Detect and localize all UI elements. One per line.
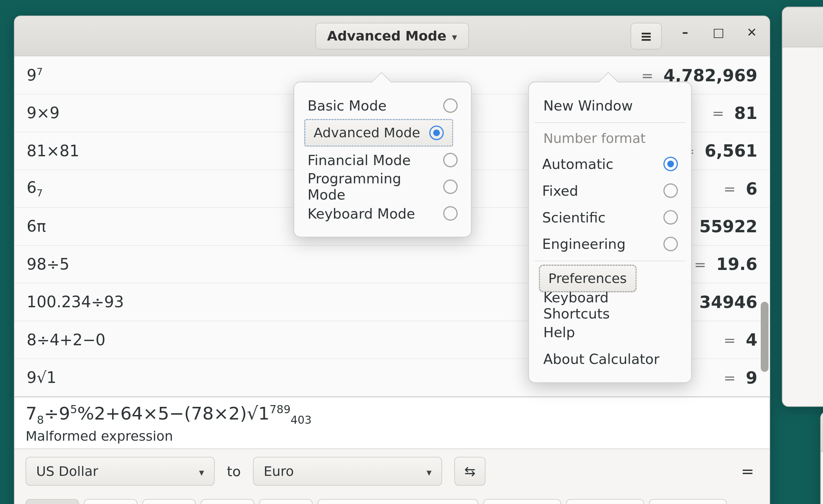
hamburger-icon: ≡ bbox=[640, 27, 652, 44]
currency-from-combo[interactable]: US Dollar bbox=[26, 457, 215, 486]
history-expression: 81×81 bbox=[27, 142, 80, 160]
radio-icon bbox=[663, 157, 678, 171]
mode-option[interactable]: Keyboard Mode bbox=[304, 200, 461, 227]
to-label: to bbox=[227, 464, 241, 480]
radio-icon bbox=[429, 126, 443, 140]
radio-icon bbox=[663, 183, 678, 198]
titlebar: Advanced Mode ≡ – □ ✕ bbox=[14, 16, 769, 56]
preferences-window: Preferences ✕ Number of decimals − + Tra… bbox=[820, 411, 823, 504]
conversion-bar: US Dollar to Euro = bbox=[14, 449, 769, 494]
history-expression: 8÷4+2−0 bbox=[27, 331, 106, 349]
number-format-option[interactable]: Scientific bbox=[539, 204, 681, 231]
history-expression: 97 bbox=[27, 66, 43, 85]
number-format-header: Number format bbox=[539, 126, 681, 150]
history-expression: 6π bbox=[27, 217, 46, 235]
radio-icon bbox=[663, 210, 678, 225]
number-format-option[interactable]: Engineering bbox=[539, 231, 681, 257]
equals-sign: = bbox=[43, 67, 663, 83]
number-format-option[interactable]: Automatic bbox=[539, 151, 681, 177]
history-result: 34946 bbox=[699, 292, 757, 312]
history-expression: 9×9 bbox=[27, 104, 60, 122]
mode-option[interactable]: Programming Mode bbox=[304, 174, 461, 200]
currency-to-value: Euro bbox=[264, 464, 294, 479]
history-result: 6 bbox=[746, 179, 757, 198]
chevron-down-icon bbox=[426, 464, 431, 479]
chevron-down-icon bbox=[452, 28, 457, 44]
currency-to-combo[interactable]: Euro bbox=[253, 457, 442, 486]
hamburger-menu-button[interactable]: ≡ bbox=[631, 23, 662, 49]
menu-item-about[interactable]: About Calculator bbox=[539, 346, 681, 372]
about-window: About Credits ✕ Calculator 40.0 Calculat… bbox=[782, 7, 823, 407]
history-result: 6,561 bbox=[705, 141, 757, 160]
history-expression: 100.234÷93 bbox=[27, 293, 124, 311]
key-tan[interactable]: tan bbox=[649, 499, 727, 504]
menu-item-new-window[interactable]: New Window bbox=[539, 92, 681, 119]
currency-from-value: US Dollar bbox=[36, 464, 98, 479]
maximize-button[interactable]: □ bbox=[709, 23, 729, 43]
history-expression: 67 bbox=[27, 178, 43, 199]
history-result: 4 bbox=[746, 330, 757, 349]
history-result: 19.6 bbox=[716, 254, 757, 274]
key-cos[interactable]: cos bbox=[483, 499, 561, 504]
key-10[interactable]: ×10ʸ bbox=[142, 499, 196, 504]
mode-popover: Basic ModeAdvanced ModeFinancial ModePro… bbox=[294, 82, 472, 237]
menu-item-keyboard-shortcuts[interactable]: Keyboard Shortcuts bbox=[539, 292, 681, 319]
key-[interactable]: ↶ bbox=[259, 499, 313, 504]
menu-item-preferences[interactable]: Preferences bbox=[539, 265, 637, 292]
chevron-down-icon bbox=[199, 464, 204, 479]
history-expression: 9√1 bbox=[27, 368, 56, 387]
swap-icon bbox=[465, 464, 476, 479]
mode-option[interactable]: Basic Mode bbox=[304, 92, 461, 119]
about-titlebar: About Credits ✕ bbox=[783, 7, 823, 48]
radio-icon bbox=[663, 237, 678, 251]
radio-icon bbox=[443, 179, 458, 194]
scrollbar-thumb[interactable] bbox=[761, 302, 768, 372]
history-result: 9 bbox=[746, 368, 757, 387]
number-format-option[interactable]: Fixed bbox=[539, 177, 681, 204]
hamburger-popover: New Window Number format AutomaticFixedS… bbox=[528, 82, 692, 383]
mode-option[interactable]: Financial Mode bbox=[304, 147, 461, 174]
entry-area: 78÷95%2+64×5−(78×2)√1789403 Malformed ex… bbox=[14, 396, 769, 449]
radio-icon bbox=[443, 206, 458, 221]
key-mod[interactable]: mod bbox=[201, 499, 254, 504]
mode-selector-label: Advanced Mode bbox=[327, 28, 447, 44]
menu-item-help[interactable]: Help bbox=[539, 319, 681, 346]
minimize-button[interactable]: – bbox=[675, 23, 695, 43]
swap-currencies-button[interactable] bbox=[454, 457, 485, 486]
prefs-title: Preferences bbox=[821, 423, 823, 440]
prefs-titlebar: Preferences ✕ bbox=[821, 412, 823, 452]
radio-icon bbox=[443, 153, 458, 167]
key-n[interactable]: ↓n bbox=[26, 499, 79, 504]
key-c[interactable]: C bbox=[318, 499, 478, 504]
mode-selector-button[interactable]: Advanced Mode bbox=[316, 23, 469, 49]
close-button[interactable]: ✕ bbox=[742, 23, 762, 43]
equals-label: = bbox=[741, 462, 759, 481]
status-message: Malformed expression bbox=[26, 429, 759, 444]
key-sin[interactable]: sin bbox=[566, 499, 644, 504]
expression-input[interactable]: 78÷95%2+64×5−(78×2)√1789403 bbox=[26, 403, 759, 427]
history-result: 81 bbox=[734, 103, 757, 123]
key-n[interactable]: ↑n bbox=[84, 499, 137, 504]
radio-icon bbox=[443, 98, 458, 113]
mode-option[interactable]: Advanced Mode bbox=[304, 119, 453, 147]
history-result: 55922 bbox=[699, 217, 757, 236]
keypad: ↓n↑n×10ʸmod↶Ccossintan789÷()sinhcoshtanh… bbox=[14, 494, 769, 504]
history-expression: 98÷5 bbox=[27, 255, 69, 273]
